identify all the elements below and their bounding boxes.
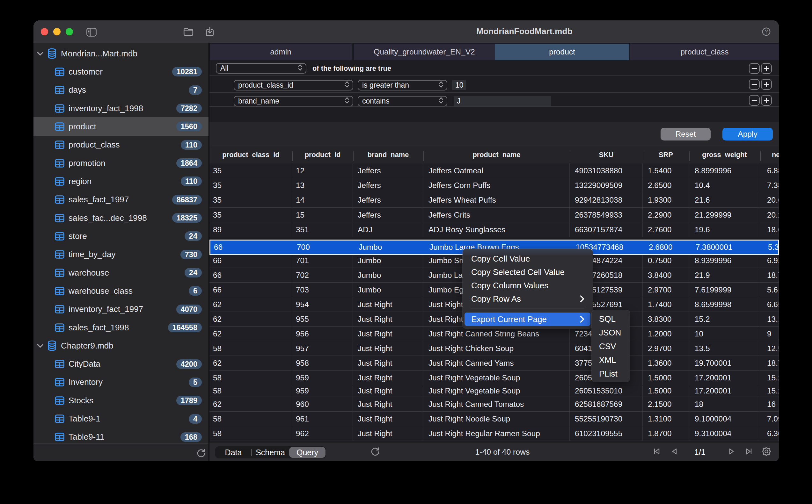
svg-text:?: ? [765,29,768,34]
